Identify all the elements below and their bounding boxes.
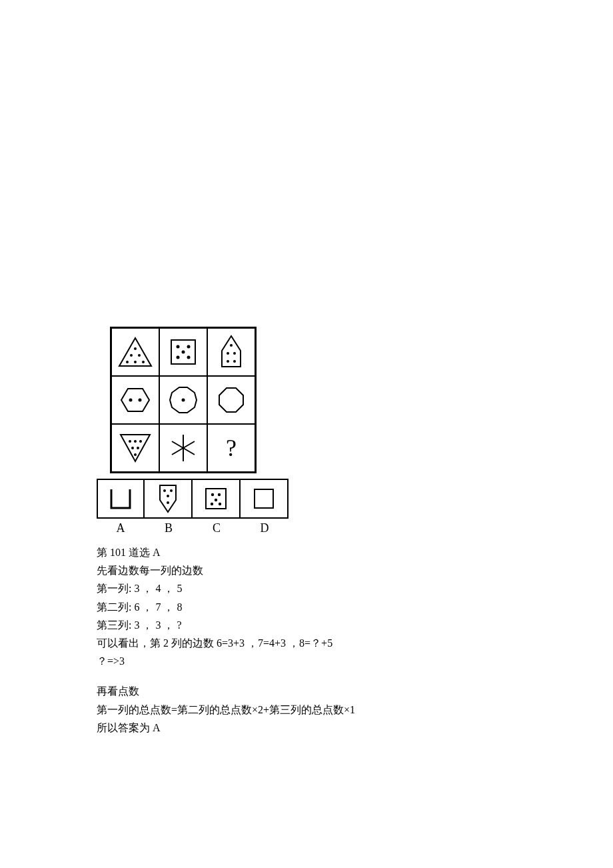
svg-point-23 <box>131 447 134 449</box>
cell-r1c2 <box>159 328 207 376</box>
puzzle-grid: ? <box>110 327 257 473</box>
svg-point-20 <box>129 440 131 443</box>
option-d <box>241 479 289 519</box>
svg-point-34 <box>211 493 214 496</box>
svg-point-37 <box>211 503 213 505</box>
label-d: D <box>241 521 289 535</box>
option-labels: A B C D <box>97 521 523 535</box>
svg-point-4 <box>134 361 137 363</box>
cell-r1c3 <box>207 328 255 376</box>
line-7: ？=>3 <box>97 652 523 670</box>
line-8: 再看点数 <box>97 682 523 700</box>
option-a <box>97 479 145 519</box>
svg-point-14 <box>233 352 236 355</box>
line-1: 第 101 道选 A <box>97 543 523 561</box>
svg-point-17 <box>129 399 133 402</box>
svg-point-1 <box>130 354 133 357</box>
svg-point-21 <box>134 440 137 443</box>
svg-point-18 <box>139 399 142 402</box>
svg-point-0 <box>134 347 137 350</box>
cell-r3c3: ? <box>207 424 255 472</box>
label-c: C <box>193 521 241 535</box>
svg-point-12 <box>230 344 233 347</box>
svg-point-15 <box>227 360 229 363</box>
cell-r2c3 <box>207 376 255 424</box>
svg-point-8 <box>187 345 191 349</box>
option-c <box>193 479 241 519</box>
cell-r3c2 <box>159 424 207 472</box>
line-3: 第一列: 3 ， 4 ， 5 <box>97 579 523 597</box>
svg-point-19 <box>182 399 185 402</box>
svg-point-11 <box>187 356 191 359</box>
explanation-text: 第 101 道选 A 先看边数每一列的边数 第一列: 3 ， 4 ， 5 第二列… <box>97 543 523 737</box>
svg-point-30 <box>170 489 173 492</box>
svg-rect-39 <box>255 489 273 508</box>
answer-options <box>97 479 523 519</box>
svg-point-22 <box>139 440 142 443</box>
svg-point-7 <box>177 345 180 349</box>
svg-point-3 <box>126 361 129 363</box>
cell-r2c2 <box>159 376 207 424</box>
svg-point-24 <box>137 447 139 449</box>
svg-point-31 <box>167 495 169 497</box>
svg-point-2 <box>138 354 141 357</box>
label-a: A <box>97 521 145 535</box>
svg-point-29 <box>163 489 166 492</box>
svg-point-35 <box>218 493 221 496</box>
svg-point-9 <box>182 351 185 354</box>
svg-point-38 <box>219 503 221 505</box>
line-5: 第三列: 3 ， 3 ， ? <box>97 616 523 634</box>
cell-r2c1 <box>111 376 159 424</box>
cell-r1c1 <box>111 328 159 376</box>
line-9: 第一列的总点数=第二列的总点数×2+第三列的总点数×1 <box>97 701 523 719</box>
option-b <box>145 479 193 519</box>
line-6: 可以看出，第 2 列的边数 6=3+3 ，7=4+3 ，8=？+5 <box>97 634 523 652</box>
line-4: 第二列: 6 ， 7 ， 8 <box>97 598 523 616</box>
label-b: B <box>145 521 193 535</box>
line-2: 先看边数每一列的边数 <box>97 561 523 579</box>
svg-point-10 <box>177 356 180 359</box>
svg-point-5 <box>142 361 145 363</box>
svg-point-16 <box>233 360 236 363</box>
cell-r3c1 <box>111 424 159 472</box>
line-10: 所以答案为 A <box>97 719 523 737</box>
svg-point-36 <box>215 499 217 501</box>
svg-point-25 <box>134 453 137 456</box>
question-mark: ? <box>226 434 237 462</box>
svg-point-13 <box>227 352 229 355</box>
svg-point-32 <box>167 501 169 504</box>
